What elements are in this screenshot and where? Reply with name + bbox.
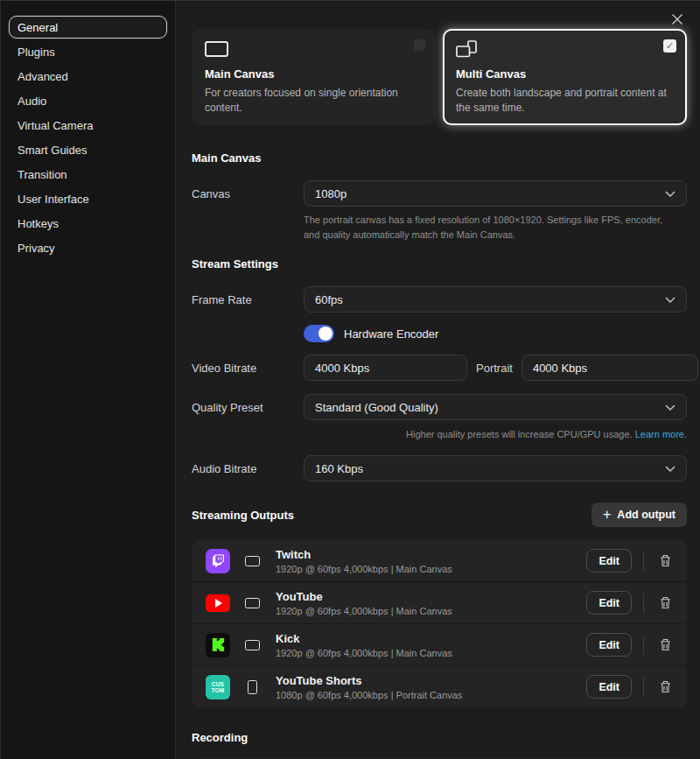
divider: [643, 636, 644, 655]
landscape-icon: [245, 598, 260, 608]
plus-icon: +: [603, 508, 611, 522]
portrait-icon: [248, 680, 257, 694]
output-title: Kick: [276, 632, 586, 645]
chevron-down-icon: [665, 191, 676, 197]
chevron-down-icon: [665, 404, 676, 411]
output-subtitle: 1080p @ 60fps 4,000kbps | Portrait Canva…: [276, 690, 586, 700]
sidebar-item-transition[interactable]: Transition: [9, 163, 167, 186]
streaming-outputs-heading: Streaming Outputs: [192, 509, 294, 522]
audio-bitrate-select[interactable]: 160 Kbps: [304, 455, 687, 481]
settings-dialog: General Plugins Advanced Audio Virtual C…: [0, 0, 700, 759]
frame-rate-select[interactable]: 60fps: [304, 286, 687, 313]
sidebar-item-label: Advanced: [18, 70, 68, 83]
sidebar-item-audio[interactable]: Audio: [9, 89, 167, 112]
output-title: YouTube Shorts: [276, 674, 586, 687]
video-bitrate-input[interactable]: [304, 355, 467, 381]
sidebar-item-label: Hotkeys: [18, 217, 59, 230]
streaming-output-row: Twitch 1920p @ 60fps 4,000kbps | Main Ca…: [192, 540, 687, 581]
landscape-canvas-icon: [205, 41, 228, 57]
output-subtitle: 1920p @ 60fps 4,000kbps | Main Canvas: [276, 606, 586, 616]
sidebar-item-label: User Interface: [18, 193, 89, 206]
canvas-select-value: 1080p: [315, 187, 346, 200]
canvas-helper-text: The portrait canvas has a fixed resoluti…: [304, 213, 680, 242]
main-canvas-card-title: Main Canvas: [205, 67, 423, 81]
sidebar-item-label: Privacy: [18, 242, 55, 255]
frame-rate-select-value: 60fps: [315, 293, 343, 306]
portrait-bitrate-input[interactable]: [522, 355, 698, 381]
divider: [643, 678, 644, 697]
chevron-down-icon: [665, 466, 676, 472]
multi-canvas-checkbox[interactable]: ✓: [663, 39, 676, 53]
edit-output-button[interactable]: Edit: [586, 675, 632, 699]
main-canvas-card[interactable]: ✓ Main Canvas For creators focused on si…: [192, 29, 436, 125]
kick-icon: [206, 633, 230, 657]
settings-sidebar: General Plugins Advanced Audio Virtual C…: [1, 1, 176, 759]
multi-canvas-icon: [456, 40, 478, 58]
divider: [643, 552, 644, 571]
quality-preset-select-value: Standard (Good Quality): [315, 401, 438, 414]
output-subtitle: 1920p @ 60fps 4,000kbps | Main Canvas: [276, 564, 586, 574]
quality-helper-text: Higher quality presets will increase CPU…: [192, 427, 687, 442]
quality-preset-select[interactable]: Standard (Good Quality): [304, 394, 687, 420]
sidebar-item-privacy[interactable]: Privacy: [9, 236, 167, 259]
edit-output-button[interactable]: Edit: [586, 633, 632, 657]
sidebar-item-label: Audio: [18, 95, 46, 108]
twitch-icon: [206, 549, 230, 573]
sidebar-item-smart-guides[interactable]: Smart Guides: [9, 138, 167, 161]
output-title: Twitch: [276, 548, 586, 561]
streaming-output-row: YouTube 1920p @ 60fps 4,000kbps | Main C…: [192, 582, 687, 623]
sidebar-item-user-interface[interactable]: User Interface: [9, 187, 167, 210]
hardware-encoder-label: Hardware Encoder: [344, 327, 438, 341]
video-bitrate-label: Video Bitrate: [192, 362, 304, 375]
settings-main-panel: ✓ Main Canvas For creators focused on si…: [176, 1, 700, 759]
sidebar-item-label: Virtual Camera: [18, 119, 93, 132]
sidebar-item-label: Transition: [18, 168, 67, 181]
multi-canvas-card-description: Create both landscape and portrait conte…: [456, 86, 674, 115]
canvas-label: Canvas: [192, 187, 304, 200]
youtube-icon: [206, 594, 230, 612]
portrait-bitrate-label: Portrait: [476, 362, 513, 375]
sidebar-item-general[interactable]: General: [9, 16, 167, 39]
streaming-output-row: CUSTOM YouTube Shorts 1080p @ 60fps 4,00…: [192, 666, 687, 707]
chevron-down-icon: [665, 297, 676, 303]
delete-output-icon[interactable]: [655, 636, 675, 655]
sidebar-item-label: Smart Guides: [18, 144, 87, 157]
divider: [643, 594, 644, 613]
main-canvas-checkbox[interactable]: ✓: [414, 39, 425, 51]
main-canvas-card-description: For creators focused on single orientati…: [205, 86, 423, 115]
landscape-icon: [245, 556, 260, 566]
add-output-button[interactable]: + Add output: [592, 502, 687, 527]
multi-canvas-card[interactable]: ✓ Multi Canvas Create both landscape and…: [443, 29, 687, 125]
multi-canvas-card-title: Multi Canvas: [456, 67, 674, 81]
delete-output-icon[interactable]: [655, 552, 675, 571]
delete-output-icon[interactable]: [655, 678, 675, 697]
streaming-outputs-list: Twitch 1920p @ 60fps 4,000kbps | Main Ca…: [192, 540, 687, 707]
landscape-icon: [245, 640, 260, 650]
streaming-output-row: Kick 1920p @ 60fps 4,000kbps | Main Canv…: [192, 624, 687, 665]
sidebar-item-label: General: [18, 21, 58, 34]
delete-output-icon[interactable]: [655, 594, 675, 613]
output-title: YouTube: [276, 590, 586, 603]
output-subtitle: 1920p @ 60fps 4,000kbps | Main Canvas: [276, 648, 586, 658]
audio-bitrate-select-value: 160 Kbps: [315, 462, 363, 475]
hardware-encoder-toggle[interactable]: [304, 325, 334, 342]
main-canvas-heading: Main Canvas: [192, 151, 687, 165]
sidebar-item-label: Plugins: [18, 46, 55, 59]
canvas-select[interactable]: 1080p: [304, 180, 687, 207]
sidebar-item-plugins[interactable]: Plugins: [9, 40, 167, 63]
quality-preset-label: Quality Preset: [192, 401, 304, 414]
stream-settings-heading: Stream Settings: [192, 257, 687, 271]
quality-helper-body: Higher quality presets will increase CPU…: [406, 429, 633, 439]
edit-output-button[interactable]: Edit: [586, 591, 632, 615]
edit-output-button[interactable]: Edit: [586, 549, 632, 573]
close-icon[interactable]: [669, 11, 685, 27]
sidebar-item-virtual-camera[interactable]: Virtual Camera: [9, 114, 167, 137]
sidebar-item-hotkeys[interactable]: Hotkeys: [9, 212, 167, 235]
learn-more-link[interactable]: Learn more.: [635, 429, 687, 439]
add-output-button-label: Add output: [617, 509, 676, 521]
recording-heading: Recording: [192, 731, 687, 744]
sidebar-item-advanced[interactable]: Advanced: [9, 65, 167, 88]
audio-bitrate-label: Audio Bitrate: [192, 462, 304, 475]
custom-platform-icon: CUSTOM: [206, 675, 230, 699]
canvas-mode-cards: ✓ Main Canvas For creators focused on si…: [192, 29, 687, 125]
